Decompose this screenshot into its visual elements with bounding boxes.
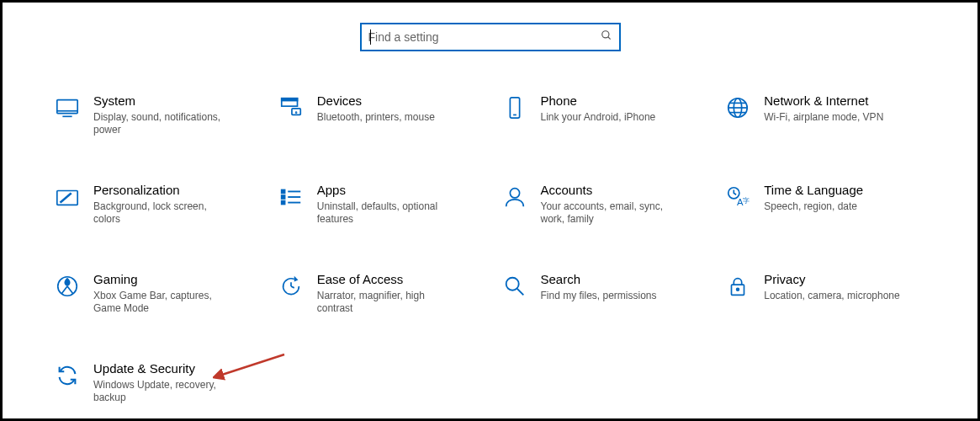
- svg-line-29: [67, 286, 73, 293]
- tile-desc: Speech, region, date: [764, 200, 863, 214]
- tile-title: System: [93, 93, 236, 109]
- tile-desc: Link your Android, iPhone: [541, 111, 656, 125]
- personalization-icon: [53, 183, 82, 211]
- tile-title: Network & Internet: [764, 93, 883, 109]
- tile-desc: Location, camera, microphone: [764, 290, 899, 303]
- tile-desc: Display, sound, notifications, power: [93, 111, 236, 137]
- tile-desc: Wi-Fi, airplane mode, VPN: [764, 111, 883, 125]
- tile-apps[interactable]: Apps Uninstall, defaults, optional featu…: [277, 183, 480, 230]
- tile-desc: Background, lock screen, colors: [93, 200, 236, 226]
- tile-desc: Your accounts, email, sync, work, family: [541, 200, 684, 226]
- tile-title: Ease of Access: [317, 272, 460, 288]
- tile-update-security[interactable]: Update & Security Windows Update, recove…: [53, 361, 257, 408]
- tile-title: Devices: [317, 93, 435, 109]
- tile-devices[interactable]: Devices Bluetooth, printers, mouse: [277, 93, 480, 141]
- tile-gaming[interactable]: Gaming Xbox Game Bar, captures, Game Mod…: [53, 272, 257, 319]
- svg-text:字: 字: [743, 196, 750, 205]
- system-icon: [53, 93, 82, 122]
- svg-point-0: [601, 31, 608, 38]
- tile-personalization[interactable]: Personalization Background, lock screen,…: [53, 183, 257, 230]
- accounts-icon: [501, 183, 529, 211]
- lock-icon: [723, 272, 752, 301]
- tile-ease-of-access[interactable]: Ease of Access Narrator, magnifier, high…: [277, 272, 480, 319]
- search-icon: [601, 29, 612, 45]
- tile-desc: Bluetooth, printers, mouse: [317, 111, 435, 125]
- globe-icon: [723, 93, 752, 122]
- svg-point-23: [510, 189, 519, 198]
- tile-network-internet[interactable]: Network & Internet Wi-Fi, airplane mode,…: [723, 93, 927, 141]
- tile-desc: Xbox Game Bar, captures, Game Mode: [93, 290, 236, 316]
- ease-of-access-icon: [277, 272, 305, 301]
- tile-title: Personalization: [93, 183, 236, 199]
- tile-title: Update & Security: [93, 361, 236, 377]
- tile-desc: Uninstall, defaults, optional features: [317, 200, 460, 226]
- tile-system[interactable]: System Display, sound, notifications, po…: [53, 93, 257, 141]
- svg-point-35: [737, 288, 739, 290]
- magnifier-icon: [501, 272, 529, 301]
- tile-accounts[interactable]: Accounts Your accounts, email, sync, wor…: [501, 183, 704, 230]
- tile-desc: Narrator, magnifier, high contrast: [317, 290, 460, 316]
- text-caret: [370, 29, 371, 45]
- tile-title: Privacy: [764, 272, 899, 288]
- search-container: [53, 23, 927, 51]
- tile-title: Gaming: [93, 272, 236, 288]
- tile-desc: Windows Update, recovery, backup: [93, 379, 236, 405]
- svg-rect-19: [282, 195, 285, 199]
- tile-title: Apps: [317, 183, 460, 199]
- tile-search[interactable]: Search Find my files, permissions: [501, 272, 704, 319]
- phone-icon: [501, 93, 529, 122]
- update-icon: [53, 361, 82, 390]
- tile-title: Phone: [541, 93, 656, 109]
- svg-point-8: [295, 112, 296, 113]
- svg-line-1: [607, 37, 610, 40]
- devices-icon: [277, 93, 305, 122]
- gaming-icon: [53, 272, 82, 301]
- svg-rect-17: [282, 190, 285, 194]
- svg-rect-6: [282, 99, 298, 101]
- settings-grid: System Display, sound, notifications, po…: [53, 93, 927, 408]
- tile-time-language[interactable]: A 字 Time & Language Speech, region, date: [723, 183, 927, 230]
- tile-phone[interactable]: Phone Link your Android, iPhone: [501, 93, 704, 141]
- tile-title: Accounts: [541, 183, 684, 199]
- tile-title: Time & Language: [764, 183, 863, 199]
- svg-line-33: [516, 289, 523, 296]
- svg-line-28: [61, 286, 67, 293]
- svg-line-31: [291, 286, 294, 288]
- svg-point-32: [506, 278, 518, 290]
- svg-rect-21: [282, 201, 285, 205]
- time-language-icon: A 字: [723, 183, 752, 211]
- tile-privacy[interactable]: Privacy Location, camera, microphone: [723, 272, 927, 319]
- search-input[interactable]: [368, 30, 601, 44]
- tile-title: Search: [541, 272, 657, 288]
- tile-desc: Find my files, permissions: [541, 290, 657, 303]
- apps-icon: [277, 183, 305, 211]
- search-box[interactable]: [360, 23, 621, 51]
